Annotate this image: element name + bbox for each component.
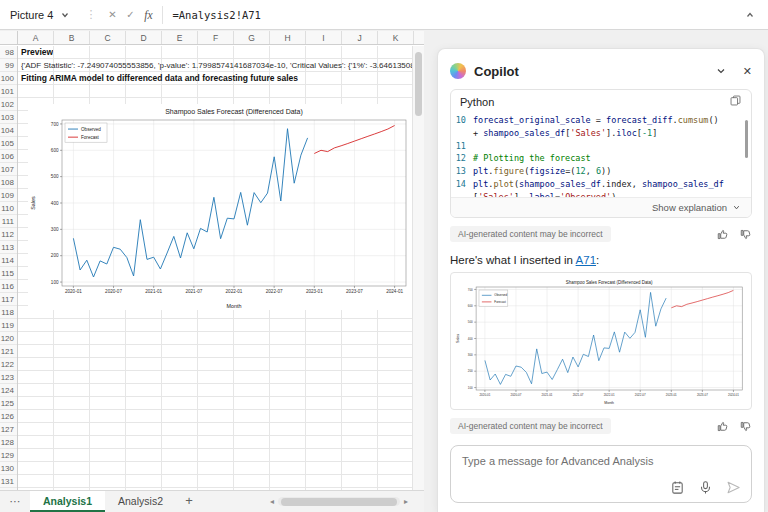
scroll-right-icon[interactable]: ▸ (400, 497, 412, 506)
row-header-103[interactable]: 103 (0, 111, 17, 124)
horizontal-scrollbar-track[interactable] (278, 497, 400, 506)
svg-text:Month: Month (227, 303, 242, 309)
cell-A98[interactable]: Preview (21, 46, 53, 59)
row-header-122[interactable]: 122 (0, 358, 17, 371)
row-header-118[interactable]: 118 (0, 306, 17, 319)
column-header-B[interactable]: B (54, 31, 90, 44)
row-header-104[interactable]: 104 (0, 124, 17, 137)
row-header-99[interactable]: 99 (0, 59, 17, 72)
embedded-chart-picture[interactable]: 2020-012020-072021-012021-072022-012022-… (28, 104, 412, 310)
line-number (453, 191, 473, 197)
copilot-title: Copilot (474, 64, 519, 79)
row-header-121[interactable]: 121 (0, 345, 17, 358)
select-all-corner[interactable] (0, 31, 18, 44)
formula-input[interactable]: =Analysis2!A71 (172, 9, 732, 21)
column-header-J[interactable]: J (342, 31, 378, 44)
row-header-124[interactable]: 124 (0, 384, 17, 397)
name-box[interactable]: Picture 4 (0, 0, 78, 29)
column-header-F[interactable]: F (198, 31, 234, 44)
column-header-E[interactable]: E (162, 31, 198, 44)
scroll-left-icon[interactable]: ◂ (266, 497, 278, 506)
add-sheet-button[interactable]: + (176, 491, 202, 512)
row-header-111[interactable]: 111 (0, 215, 17, 228)
row-header-106[interactable]: 106 (0, 150, 17, 163)
row-header-117[interactable]: 117 (0, 293, 17, 306)
row-header-109[interactable]: 109 (0, 189, 17, 202)
prompt-guide-icon[interactable] (670, 480, 685, 495)
row-header-125[interactable]: 125 (0, 397, 17, 410)
row-header-98[interactable]: 98 (0, 46, 17, 59)
send-icon[interactable] (726, 480, 741, 495)
column-header-K[interactable]: K (378, 31, 414, 44)
column-header-A[interactable]: A (18, 31, 54, 44)
row-header-108[interactable]: 108 (0, 176, 17, 189)
cell-reference-link[interactable]: A71 (576, 254, 596, 266)
row-header-126[interactable]: 126 (0, 410, 17, 423)
sheet-tab-analysis1[interactable]: Analysis1 (30, 491, 105, 512)
cancel-button[interactable]: ✕ (103, 9, 121, 20)
chat-input-placeholder: Type a message for Advanced Analysis (462, 455, 653, 467)
column-header-H[interactable]: H (270, 31, 306, 44)
row-header-116[interactable]: 116 (0, 280, 17, 293)
mic-icon[interactable] (698, 480, 713, 495)
column-header-G[interactable]: G (234, 31, 270, 44)
row-header-112[interactable]: 112 (0, 228, 17, 241)
ai-disclaimer-row: AI-generated content may be incorrect (450, 226, 752, 242)
svg-text:2021-01: 2021-01 (145, 289, 162, 294)
minimize-panel-icon[interactable] (715, 65, 727, 77)
vertical-scrollbar[interactable] (412, 46, 424, 490)
row-header-120[interactable]: 120 (0, 332, 17, 345)
row-header-127[interactable]: 127 (0, 423, 17, 436)
row-header-114[interactable]: 114 (0, 254, 17, 267)
row-header-105[interactable]: 105 (0, 137, 17, 150)
svg-text:400: 400 (51, 201, 59, 206)
row-header-129[interactable]: 129 (0, 449, 17, 462)
thumbs-up-icon[interactable] (716, 228, 729, 241)
column-header-I[interactable]: I (306, 31, 342, 44)
svg-text:2020-07: 2020-07 (511, 393, 522, 397)
chat-input[interactable]: Type a message for Advanced Analysis (450, 445, 752, 503)
chevron-down-icon[interactable] (60, 10, 70, 20)
column-header-C[interactable]: C (90, 31, 126, 44)
column-header-D[interactable]: D (126, 31, 162, 44)
svg-text:2021-01: 2021-01 (542, 393, 553, 397)
sheet-list-button[interactable]: ⋯ (0, 491, 30, 512)
code-line-12: 12# Plotting the forecast (453, 152, 745, 165)
row-header-115[interactable]: 115 (0, 267, 17, 280)
sheet-tab-analysis2[interactable]: Analysis2 (105, 491, 176, 512)
horizontal-scrollbar-thumb[interactable] (281, 498, 397, 506)
thumbs-up-icon[interactable] (716, 420, 729, 433)
collapse-formula-bar-icon[interactable] (732, 6, 768, 24)
row-header-102[interactable]: 102 (0, 98, 17, 111)
row-header-123[interactable]: 123 (0, 371, 17, 384)
thumbs-down-icon[interactable] (739, 420, 752, 433)
formula-bar-divider (162, 6, 163, 24)
name-box-resize-grip[interactable]: ⋮ (78, 8, 103, 21)
thumbs-down-icon[interactable] (739, 228, 752, 241)
svg-text:Shampoo Sales Forecast (Differ: Shampoo Sales Forecast (Differenced Data… (566, 280, 653, 285)
cell-A100[interactable]: Fitting ARIMA model to differenced data … (21, 72, 298, 85)
horizontal-scrollbar[interactable]: ◂ ▸ (266, 491, 424, 512)
show-explanation-button[interactable]: Show explanation (451, 197, 751, 217)
row-header-101[interactable]: 101 (0, 85, 17, 98)
inserted-chart-preview[interactable]: 2020-012020-072021-012021-072022-012022-… (450, 272, 752, 410)
insert-function-button[interactable]: fx (139, 9, 157, 21)
row-header-107[interactable]: 107 (0, 163, 17, 176)
vertical-scrollbar-thumb[interactable] (415, 52, 422, 116)
row-header-130[interactable]: 130 (0, 462, 17, 475)
copy-code-icon[interactable] (729, 94, 742, 109)
cells-area[interactable]: 2020-012020-072021-012021-072022-012022-… (18, 46, 412, 490)
enter-button[interactable]: ✓ (121, 9, 139, 20)
close-panel-icon[interactable]: ✕ (743, 65, 752, 78)
row-header-100[interactable]: 100 (0, 72, 17, 85)
row-header-110[interactable]: 110 (0, 202, 17, 215)
cell-A99[interactable]: {'ADF Statistic': -7.249074055553856, 'p… (21, 59, 412, 72)
code-block-body[interactable]: 10forecast_original_scale = forecast_dif… (451, 113, 751, 197)
row-header-128[interactable]: 128 (0, 436, 17, 449)
row-header-131[interactable]: 131 (0, 475, 17, 488)
code-scrollbar-thumb[interactable] (745, 120, 748, 158)
row-header-119[interactable]: 119 (0, 319, 17, 332)
svg-text:Observed: Observed (494, 293, 507, 297)
row-header-113[interactable]: 113 (0, 241, 17, 254)
name-box-value: Picture 4 (10, 9, 53, 21)
